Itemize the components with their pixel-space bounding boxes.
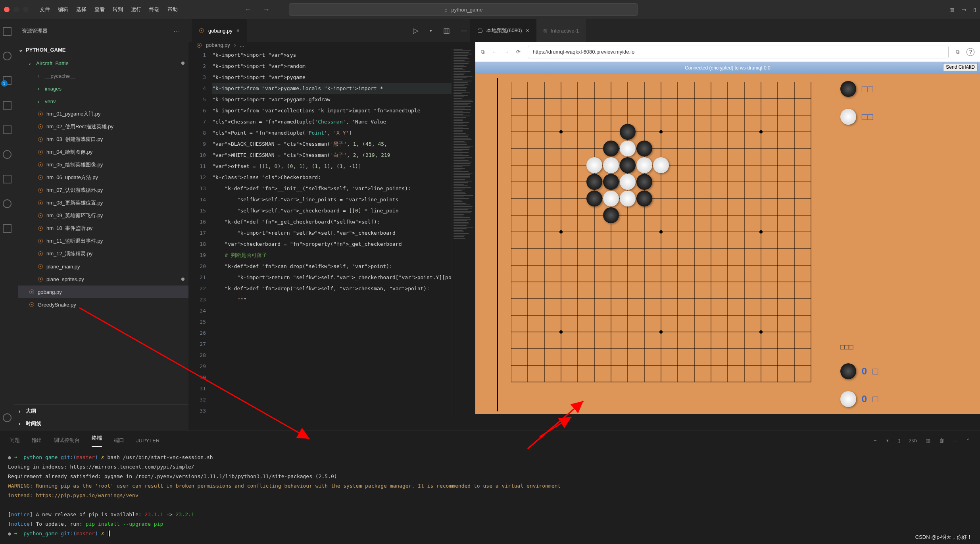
legend-black-label: □□ (862, 83, 873, 95)
menu-item[interactable]: 终端 (149, 6, 159, 13)
file-item[interactable]: hm_06_update方法.py (18, 171, 188, 184)
layout-right-icon[interactable]: ▯ (973, 7, 976, 13)
run-activity-icon[interactable] (3, 101, 12, 110)
nav-back-icon[interactable]: ← (492, 49, 497, 55)
sidebar-title: 资源管理器 (22, 27, 48, 35)
send-ctrlaltdel-button[interactable]: Send CtrlAltD (943, 63, 978, 71)
panel-tab[interactable]: JUPYTER (136, 438, 159, 444)
editor-tab-gobang[interactable]: gobang.py × (192, 19, 247, 42)
file-item[interactable]: hm_07_认识游戏循环.py (18, 184, 188, 197)
title-bar: 文件编辑选择查看转到运行终端帮助 ← → ⌕ python_game ▥ ▭ ▯ (0, 0, 980, 19)
maximize-traffic-icon[interactable] (23, 7, 29, 12)
panel-tab[interactable]: 端口 (114, 437, 124, 444)
url-bar[interactable]: https://drumqt-waqkxl-6080.preview.myide… (528, 46, 949, 58)
minimize-traffic-icon[interactable] (13, 7, 19, 12)
layout-sidebar-icon[interactable]: ▥ (949, 7, 954, 13)
file-item[interactable]: hm_09_英雄循环飞行.py (18, 209, 188, 222)
black-stone (586, 174, 602, 190)
remote-activity-icon[interactable] (3, 150, 12, 159)
menu-item[interactable]: 选择 (76, 6, 86, 13)
menu-item[interactable]: 转到 (113, 6, 123, 13)
terminal[interactable]: ● ➜ python_game git:(master) ✗ bash /usr… (0, 450, 980, 544)
file-item[interactable]: hm_10_事件监听.py (18, 222, 188, 235)
settings-gear-icon[interactable] (3, 413, 12, 422)
tree-item-label: Aircraft_Battle (36, 60, 69, 66)
activity-bar: 1 (0, 19, 14, 430)
open-external-icon[interactable]: ⧉ (481, 49, 484, 55)
preview-tab-interactive[interactable]: ⎘ Interactive-1 (536, 19, 586, 42)
menu-item[interactable]: 帮助 (167, 6, 178, 13)
cloud-activity-icon[interactable] (3, 199, 12, 208)
breadcrumbs[interactable]: gobang.py › ... (188, 42, 475, 48)
folder-item[interactable]: ›__pycache__ (18, 69, 188, 82)
file-item[interactable]: hm_01_pygame入门.py (18, 108, 188, 120)
more-icon[interactable]: ··· (953, 438, 957, 444)
close-icon[interactable]: × (236, 27, 240, 34)
layout-panel-icon[interactable]: ▭ (961, 7, 966, 13)
sidebar-section[interactable]: ›时间线 (14, 417, 188, 430)
command-center[interactable]: ⌕ python_game (289, 3, 638, 16)
close-traffic-icon[interactable] (4, 7, 10, 12)
file-item[interactable]: hm_02_使用Rect描述英雄.py (18, 120, 188, 133)
panel-tab[interactable]: 问题 (10, 437, 20, 444)
menu-item[interactable]: 文件 (40, 6, 50, 13)
panel-tab[interactable]: 调试控制台 (54, 437, 80, 444)
file-item[interactable]: hm_04_绘制图像.py (18, 146, 188, 158)
editor-code[interactable]: "k-import">import "var">sys"k-import">im… (212, 48, 452, 417)
maximize-panel-icon[interactable]: ⌃ (966, 438, 970, 444)
chevron-down-icon[interactable]: ▾ (886, 438, 889, 443)
nav-forward-icon[interactable]: → (504, 49, 509, 55)
menu-item[interactable]: 运行 (131, 6, 141, 13)
score-white-value: 0 (862, 394, 867, 405)
reload-icon[interactable]: ⟳ (516, 49, 521, 55)
more-activity-icon[interactable] (3, 224, 12, 233)
main-area: 1 资源管理器 ··· ⌄ PYTHON_GAME ›Aircraft_Batt… (0, 19, 980, 430)
file-item[interactable]: hm_08_更新英雄位置.py (18, 197, 188, 209)
nav-back-icon[interactable]: ← (244, 6, 252, 14)
panel-tab[interactable]: 输出 (32, 437, 42, 444)
kill-terminal-icon[interactable]: 🗑 (939, 438, 944, 444)
chevron-down-icon: ⌄ (19, 47, 23, 53)
run-icon[interactable]: ▷ (413, 26, 419, 35)
preview-tab-local[interactable]: 🖵 本地预览(6080) × (470, 19, 536, 42)
folder-item[interactable]: ›images (18, 82, 188, 95)
search-activity-icon[interactable] (3, 52, 12, 60)
devices-icon[interactable]: ⧉ (956, 49, 959, 55)
more-icon[interactable]: ··· (461, 27, 467, 35)
explorer-activity-icon[interactable] (3, 27, 12, 36)
file-item[interactable]: hm_05_绘制英雄图像.py (18, 158, 188, 171)
close-icon[interactable]: × (526, 27, 529, 34)
terminal-profile-icon[interactable]: ▯ (897, 438, 900, 444)
tree-item-label: hm_12_演练精灵.py (46, 250, 92, 257)
menu-item[interactable]: 编辑 (58, 6, 68, 13)
panel-tab[interactable]: 终端 (92, 434, 102, 447)
test-activity-icon[interactable] (3, 175, 12, 183)
extensions-activity-icon[interactable] (3, 125, 12, 134)
file-item[interactable]: hm_12_演练精灵.py (18, 247, 188, 260)
file-item[interactable]: GreedySnake.py (18, 298, 188, 311)
code-editor[interactable]: 1234567891011121314151617181920212223242… (188, 48, 475, 417)
tree-item-label: plane_sprites.py (46, 276, 84, 282)
go-board[interactable] (499, 78, 832, 411)
project-root[interactable]: ⌄ PYTHON_GAME (14, 43, 188, 57)
scm-activity-icon[interactable]: 1 (3, 76, 12, 85)
file-item[interactable]: gobang.py (18, 286, 188, 298)
menu-item[interactable]: 查看 (94, 6, 105, 13)
chevron-down-icon[interactable]: ▾ (430, 28, 432, 33)
nav-forward-icon[interactable]: → (263, 6, 270, 14)
folder-item[interactable]: ›venv (18, 95, 188, 108)
sidebar-more-icon[interactable]: ··· (174, 28, 181, 34)
file-item[interactable]: hm_03_创建游戏窗口.py (18, 133, 188, 146)
sidebar-section[interactable]: ›大纲 (14, 405, 188, 417)
split-terminal-icon[interactable]: ▥ (926, 438, 930, 444)
folder-item[interactable]: ›Aircraft_Battle (18, 57, 188, 69)
file-item[interactable]: plane_sprites.py (18, 273, 188, 286)
modified-dot-icon (181, 278, 184, 281)
file-item[interactable]: hm_11_监听退出事件.py (18, 235, 188, 247)
minimap[interactable] (452, 48, 475, 417)
black-stone (636, 191, 652, 206)
new-terminal-icon[interactable]: ＋ (872, 437, 878, 444)
file-item[interactable]: plane_main.py (18, 260, 188, 273)
split-editor-icon[interactable]: ▥ (443, 26, 450, 35)
help-icon[interactable]: ? (967, 48, 974, 56)
